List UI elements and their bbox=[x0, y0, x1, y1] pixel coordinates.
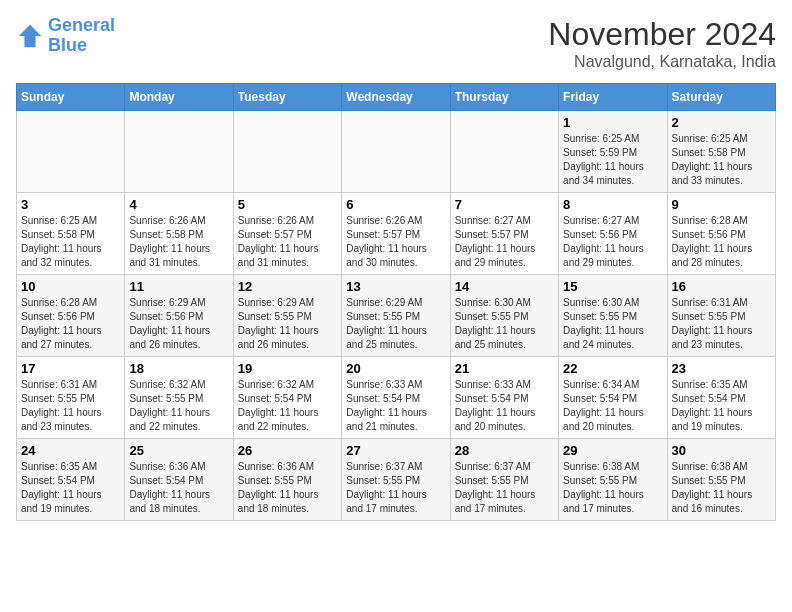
logo: General Blue bbox=[16, 16, 115, 56]
calendar-cell: 26Sunrise: 6:36 AM Sunset: 5:55 PM Dayli… bbox=[233, 439, 341, 521]
calendar-cell bbox=[17, 111, 125, 193]
day-info: Sunrise: 6:29 AM Sunset: 5:55 PM Dayligh… bbox=[346, 296, 445, 352]
day-info: Sunrise: 6:33 AM Sunset: 5:54 PM Dayligh… bbox=[346, 378, 445, 434]
day-number: 18 bbox=[129, 361, 228, 376]
calendar-cell: 4Sunrise: 6:26 AM Sunset: 5:58 PM Daylig… bbox=[125, 193, 233, 275]
day-info: Sunrise: 6:36 AM Sunset: 5:55 PM Dayligh… bbox=[238, 460, 337, 516]
day-number: 12 bbox=[238, 279, 337, 294]
day-number: 8 bbox=[563, 197, 662, 212]
calendar-cell: 14Sunrise: 6:30 AM Sunset: 5:55 PM Dayli… bbox=[450, 275, 558, 357]
day-number: 22 bbox=[563, 361, 662, 376]
day-info: Sunrise: 6:33 AM Sunset: 5:54 PM Dayligh… bbox=[455, 378, 554, 434]
day-number: 30 bbox=[672, 443, 771, 458]
day-number: 24 bbox=[21, 443, 120, 458]
weekday-header: Thursday bbox=[450, 84, 558, 111]
calendar-cell: 5Sunrise: 6:26 AM Sunset: 5:57 PM Daylig… bbox=[233, 193, 341, 275]
calendar-cell: 15Sunrise: 6:30 AM Sunset: 5:55 PM Dayli… bbox=[559, 275, 667, 357]
calendar-cell bbox=[450, 111, 558, 193]
weekday-header: Sunday bbox=[17, 84, 125, 111]
day-info: Sunrise: 6:37 AM Sunset: 5:55 PM Dayligh… bbox=[346, 460, 445, 516]
calendar-cell: 19Sunrise: 6:32 AM Sunset: 5:54 PM Dayli… bbox=[233, 357, 341, 439]
calendar-week-row: 3Sunrise: 6:25 AM Sunset: 5:58 PM Daylig… bbox=[17, 193, 776, 275]
day-number: 6 bbox=[346, 197, 445, 212]
calendar-cell: 12Sunrise: 6:29 AM Sunset: 5:55 PM Dayli… bbox=[233, 275, 341, 357]
calendar-cell: 3Sunrise: 6:25 AM Sunset: 5:58 PM Daylig… bbox=[17, 193, 125, 275]
calendar-cell: 17Sunrise: 6:31 AM Sunset: 5:55 PM Dayli… bbox=[17, 357, 125, 439]
day-info: Sunrise: 6:30 AM Sunset: 5:55 PM Dayligh… bbox=[455, 296, 554, 352]
weekday-header: Saturday bbox=[667, 84, 775, 111]
day-number: 28 bbox=[455, 443, 554, 458]
day-number: 17 bbox=[21, 361, 120, 376]
day-number: 27 bbox=[346, 443, 445, 458]
day-number: 4 bbox=[129, 197, 228, 212]
calendar-cell: 18Sunrise: 6:32 AM Sunset: 5:55 PM Dayli… bbox=[125, 357, 233, 439]
day-info: Sunrise: 6:27 AM Sunset: 5:57 PM Dayligh… bbox=[455, 214, 554, 270]
day-number: 10 bbox=[21, 279, 120, 294]
day-info: Sunrise: 6:37 AM Sunset: 5:55 PM Dayligh… bbox=[455, 460, 554, 516]
day-info: Sunrise: 6:29 AM Sunset: 5:55 PM Dayligh… bbox=[238, 296, 337, 352]
day-number: 3 bbox=[21, 197, 120, 212]
day-number: 5 bbox=[238, 197, 337, 212]
day-info: Sunrise: 6:35 AM Sunset: 5:54 PM Dayligh… bbox=[21, 460, 120, 516]
day-number: 15 bbox=[563, 279, 662, 294]
day-number: 2 bbox=[672, 115, 771, 130]
title-block: November 2024 Navalgund, Karnataka, Indi… bbox=[548, 16, 776, 71]
page-header: General Blue November 2024 Navalgund, Ka… bbox=[16, 16, 776, 71]
calendar-cell: 28Sunrise: 6:37 AM Sunset: 5:55 PM Dayli… bbox=[450, 439, 558, 521]
calendar-cell: 21Sunrise: 6:33 AM Sunset: 5:54 PM Dayli… bbox=[450, 357, 558, 439]
day-info: Sunrise: 6:26 AM Sunset: 5:57 PM Dayligh… bbox=[238, 214, 337, 270]
day-info: Sunrise: 6:32 AM Sunset: 5:54 PM Dayligh… bbox=[238, 378, 337, 434]
day-info: Sunrise: 6:25 AM Sunset: 5:59 PM Dayligh… bbox=[563, 132, 662, 188]
calendar-cell: 1Sunrise: 6:25 AM Sunset: 5:59 PM Daylig… bbox=[559, 111, 667, 193]
calendar-cell: 24Sunrise: 6:35 AM Sunset: 5:54 PM Dayli… bbox=[17, 439, 125, 521]
calendar-week-row: 10Sunrise: 6:28 AM Sunset: 5:56 PM Dayli… bbox=[17, 275, 776, 357]
calendar-cell: 8Sunrise: 6:27 AM Sunset: 5:56 PM Daylig… bbox=[559, 193, 667, 275]
calendar-week-row: 1Sunrise: 6:25 AM Sunset: 5:59 PM Daylig… bbox=[17, 111, 776, 193]
calendar-cell: 2Sunrise: 6:25 AM Sunset: 5:58 PM Daylig… bbox=[667, 111, 775, 193]
day-number: 1 bbox=[563, 115, 662, 130]
calendar-week-row: 24Sunrise: 6:35 AM Sunset: 5:54 PM Dayli… bbox=[17, 439, 776, 521]
day-number: 14 bbox=[455, 279, 554, 294]
calendar-cell: 16Sunrise: 6:31 AM Sunset: 5:55 PM Dayli… bbox=[667, 275, 775, 357]
calendar-cell: 13Sunrise: 6:29 AM Sunset: 5:55 PM Dayli… bbox=[342, 275, 450, 357]
day-number: 25 bbox=[129, 443, 228, 458]
calendar-cell: 7Sunrise: 6:27 AM Sunset: 5:57 PM Daylig… bbox=[450, 193, 558, 275]
calendar-cell: 25Sunrise: 6:36 AM Sunset: 5:54 PM Dayli… bbox=[125, 439, 233, 521]
day-info: Sunrise: 6:35 AM Sunset: 5:54 PM Dayligh… bbox=[672, 378, 771, 434]
day-info: Sunrise: 6:31 AM Sunset: 5:55 PM Dayligh… bbox=[672, 296, 771, 352]
day-info: Sunrise: 6:34 AM Sunset: 5:54 PM Dayligh… bbox=[563, 378, 662, 434]
day-info: Sunrise: 6:28 AM Sunset: 5:56 PM Dayligh… bbox=[672, 214, 771, 270]
calendar-cell: 20Sunrise: 6:33 AM Sunset: 5:54 PM Dayli… bbox=[342, 357, 450, 439]
day-info: Sunrise: 6:25 AM Sunset: 5:58 PM Dayligh… bbox=[21, 214, 120, 270]
day-info: Sunrise: 6:26 AM Sunset: 5:57 PM Dayligh… bbox=[346, 214, 445, 270]
logo-text: General Blue bbox=[48, 16, 115, 56]
weekday-header: Tuesday bbox=[233, 84, 341, 111]
calendar-header-row: SundayMondayTuesdayWednesdayThursdayFrid… bbox=[17, 84, 776, 111]
calendar-cell bbox=[233, 111, 341, 193]
calendar-cell: 10Sunrise: 6:28 AM Sunset: 5:56 PM Dayli… bbox=[17, 275, 125, 357]
calendar-cell: 30Sunrise: 6:38 AM Sunset: 5:55 PM Dayli… bbox=[667, 439, 775, 521]
weekday-header: Wednesday bbox=[342, 84, 450, 111]
calendar-cell: 27Sunrise: 6:37 AM Sunset: 5:55 PM Dayli… bbox=[342, 439, 450, 521]
day-number: 23 bbox=[672, 361, 771, 376]
day-info: Sunrise: 6:32 AM Sunset: 5:55 PM Dayligh… bbox=[129, 378, 228, 434]
day-number: 26 bbox=[238, 443, 337, 458]
calendar-cell: 11Sunrise: 6:29 AM Sunset: 5:56 PM Dayli… bbox=[125, 275, 233, 357]
calendar-cell: 23Sunrise: 6:35 AM Sunset: 5:54 PM Dayli… bbox=[667, 357, 775, 439]
calendar-cell bbox=[125, 111, 233, 193]
location-subtitle: Navalgund, Karnataka, India bbox=[548, 53, 776, 71]
day-number: 7 bbox=[455, 197, 554, 212]
day-info: Sunrise: 6:38 AM Sunset: 5:55 PM Dayligh… bbox=[563, 460, 662, 516]
weekday-header: Monday bbox=[125, 84, 233, 111]
day-number: 19 bbox=[238, 361, 337, 376]
day-info: Sunrise: 6:27 AM Sunset: 5:56 PM Dayligh… bbox=[563, 214, 662, 270]
day-info: Sunrise: 6:36 AM Sunset: 5:54 PM Dayligh… bbox=[129, 460, 228, 516]
day-number: 11 bbox=[129, 279, 228, 294]
day-number: 29 bbox=[563, 443, 662, 458]
calendar-cell: 29Sunrise: 6:38 AM Sunset: 5:55 PM Dayli… bbox=[559, 439, 667, 521]
day-info: Sunrise: 6:25 AM Sunset: 5:58 PM Dayligh… bbox=[672, 132, 771, 188]
day-info: Sunrise: 6:28 AM Sunset: 5:56 PM Dayligh… bbox=[21, 296, 120, 352]
day-info: Sunrise: 6:26 AM Sunset: 5:58 PM Dayligh… bbox=[129, 214, 228, 270]
day-info: Sunrise: 6:38 AM Sunset: 5:55 PM Dayligh… bbox=[672, 460, 771, 516]
weekday-header: Friday bbox=[559, 84, 667, 111]
